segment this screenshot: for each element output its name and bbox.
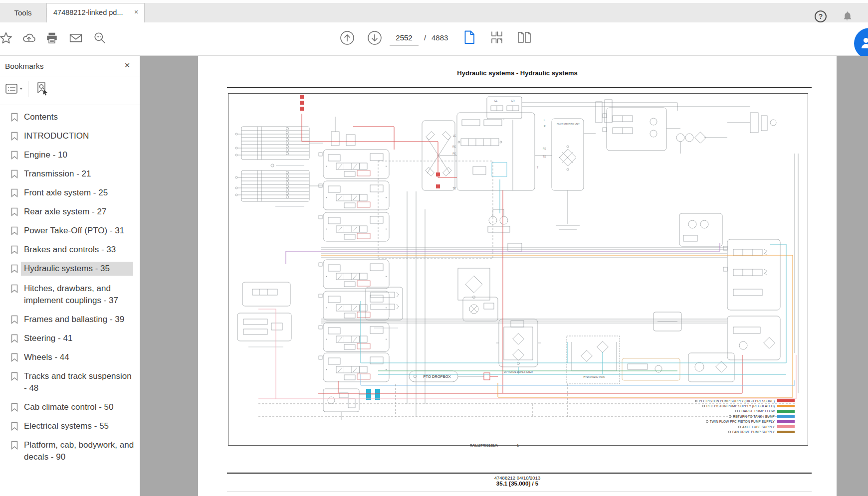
diagram-legend: PFC PISTON PUMP SUPPLY (HIGH PRESSURE)PF… [695,398,795,435]
bookmarks-panel-title: Bookmarks [5,62,44,71]
legend-item-swatch [777,405,795,408]
bookmarks-panel: Bookmarks × ContentsINTRODUCTIONEngine [0,56,140,496]
page-number-input[interactable] [390,29,419,46]
bookmarks-close-button[interactable]: × [121,59,134,72]
legend-item-label: RETURN TO TANK / SUMP [733,415,775,418]
bookmarks-options-button[interactable] [2,82,24,97]
bookmark-item[interactable]: Steering - 41 [0,329,140,348]
bookmark-item[interactable]: INTRODUCTION [0,127,140,146]
legend-item-label: TWIN FLOW PFC PISTON PUMP SUPPLY [710,420,775,423]
bookmark-item[interactable]: Tracks and track suspension - 48 [0,367,140,398]
legend-item-marker [702,405,705,407]
divider [0,105,140,105]
legend-item-label: FAN DRIVE PUMP SUPPLY [732,430,775,434]
hydraulic-tank-label: HYDRAULIC TANK [583,375,605,378]
legend-item-swatch [777,431,795,434]
legend-item-marker [706,420,708,423]
bookmark-icon [11,422,18,431]
document-canvas: Hydraulic systems - Hydraulic systems [140,56,868,496]
bookmark-item-label: Front axle system - 25 [24,187,136,199]
search-button[interactable] [92,30,107,45]
bookmark-icon [11,113,18,122]
bookmark-item[interactable]: Transmission - 21 [0,165,140,183]
legend-item-marker [695,400,697,402]
bookmark-item-label: Contents [24,111,136,123]
bookmark-item[interactable]: Contents [0,108,140,127]
footer-section-number: 35.1 [35.000] / 5 [198,481,837,487]
footer-doc-number: 47488212 04/10/2013 [198,475,837,481]
bookmark-item[interactable]: Rear axle system - 27 [0,202,140,221]
port-label-cr: CR [511,99,515,102]
bookmark-item-label: Power Take-Off (PTO) - 31 [24,225,136,237]
tab-tools[interactable]: Tools [0,3,46,22]
bookmark-item[interactable]: Engine - 10 [0,146,140,165]
bookmark-icon [11,226,18,235]
port-label-r: R [544,125,546,128]
share-person-button[interactable] [854,28,868,59]
bookmark-item[interactable]: Hitches, drawbars, and implement couplin… [0,279,140,310]
bookmark-item[interactable]: Electrical systems - 55 [0,417,140,436]
drawing-reference-code: RAIL12TR03128JA [470,444,498,447]
main-toolbar: / 4883 [0,22,868,56]
divider [227,87,812,88]
bookmark-item-label: Steering - 41 [24,332,136,344]
bookmark-icon [11,207,18,216]
find-bookmark-button[interactable] [32,81,51,97]
previous-page-button[interactable] [338,29,356,47]
two-page-view-button[interactable] [515,28,533,46]
help-button[interactable]: ? [815,10,827,22]
tab-close-icon[interactable]: × [131,7,141,17]
legend-item-marker [729,415,731,418]
bookmark-item-label: Electrical systems - 55 [24,420,136,432]
bookmark-item-label: Platform, cab, bodywork, and decals - 90 [24,439,136,463]
bookmark-item-label: Transmission - 21 [24,168,136,180]
bookmark-item[interactable]: Wheels - 44 [0,348,140,367]
favorite-star-button[interactable] [0,30,13,45]
page-title: Hydraulic systems - Hydraulic systems [198,69,837,77]
bookmark-item[interactable]: Brakes and controls - 33 [0,240,140,259]
print-button[interactable] [44,30,59,45]
bookmark-item-label: Rear axle system - 27 [24,206,136,218]
port-label-pe: PE [452,152,456,155]
port-label-ts: TS [543,155,546,158]
legend-item: PFC PISTON PUMP SUPPLY (HIGH PRESSURE) [695,398,795,403]
drawing-reference: RAIL12TR03128JA1 [470,443,620,448]
legend-item: CHARGE PUMP FLOW [735,409,795,414]
pdf-page: Hydraulic systems - Hydraulic systems [198,56,837,496]
legend-item-marker [738,426,741,428]
notifications-bell-icon[interactable] [840,9,854,23]
bookmark-icon [11,132,18,141]
page-count-separator: / [424,33,426,42]
bookmark-item-label: Cab climate control - 50 [24,401,136,413]
bookmark-item[interactable]: Frames and ballasting - 39 [0,310,140,329]
bookmark-item[interactable]: Platform, cab, bodywork, and decals - 90 [0,436,140,467]
legend-item-swatch [777,410,795,413]
tab-document[interactable]: 47488212-linked pd... × [46,3,145,22]
bookmark-icon [11,315,18,324]
bookmark-item-label: Engine - 10 [24,149,136,161]
bookmark-item[interactable]: Hydraulic systems - 35 [0,259,140,279]
divider [227,491,812,492]
port-label-t: T [537,166,538,169]
pto-dropbox-label: PTO DROPBOX [424,374,451,379]
email-button[interactable] [68,30,83,45]
legend-item-swatch [777,399,795,402]
bookmark-item-label: Brakes and controls - 33 [24,244,136,256]
bookmark-item[interactable]: Cab climate control - 50 [0,398,140,417]
bookmark-icon [11,372,18,381]
legend-item: FAN DRIVE PUMP SUPPLY [728,429,795,434]
bookmark-item[interactable]: Power Take-Off (PTO) - 31 [0,221,140,240]
cloud-upload-button[interactable] [21,30,36,45]
legend-item-marker [728,431,731,433]
port-label-ps: PS [543,147,546,150]
bookmark-item-label: INTRODUCTION [24,130,136,142]
legend-item-swatch [777,420,795,423]
single-page-view-button[interactable] [460,28,478,46]
next-page-button[interactable] [366,29,384,47]
legend-item-label: PFC PISTON PUMP SUPPLY (REGULATED) [706,404,775,408]
legend-item: TWIN FLOW PFC PISTON PUMP SUPPLY [706,419,795,424]
bookmark-item[interactable]: Front axle system - 25 [0,183,140,202]
continuous-scroll-view-button[interactable] [488,28,506,46]
legend-item-swatch [777,415,795,418]
schematic-frame: PTO DROPBOX OPTIONAL DUAL FILTER HYDRAUL… [228,93,808,446]
